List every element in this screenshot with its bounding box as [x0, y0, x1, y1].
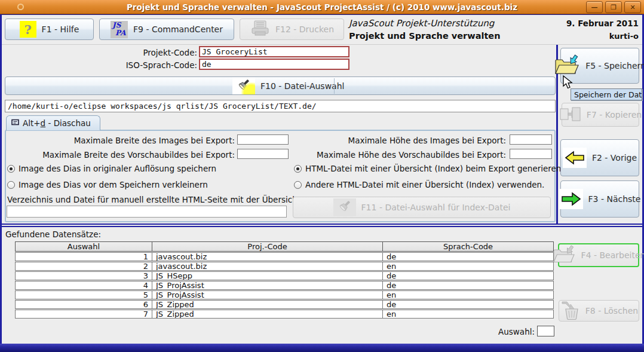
previous-button[interactable]: F2 - Vorige — [560, 139, 639, 176]
radio-use-other-index-html[interactable] — [294, 181, 302, 189]
tab-label-key: d — [41, 118, 46, 128]
cell-proj[interactable]: JS_HSepp — [152, 271, 383, 280]
table-row[interactable]: 5JS_ProjAssisten — [15, 290, 554, 299]
previous-arrow-icon — [563, 148, 587, 168]
max-thumb-width-label: Maximale Breite des Vorschaubildes bei E… — [8, 150, 235, 160]
cell-nr[interactable]: 6 — [15, 300, 152, 309]
copy-icon — [559, 105, 581, 125]
next-arrow-icon — [559, 189, 583, 209]
app-window: Projekt und Sprache verwalten - JavaScou… — [0, 0, 644, 352]
cell-proj[interactable]: javascout.biz — [152, 262, 383, 271]
iso-language-code-input[interactable] — [199, 59, 349, 70]
jspa-logo-line2: PA — [111, 29, 128, 37]
window-bottom-frame — [0, 344, 644, 352]
save-folder-icon — [554, 54, 580, 78]
project-code-input[interactable] — [199, 46, 349, 57]
radio-shrink-before-save-label: Image des Dias vor dem Speichern verklei… — [19, 180, 208, 189]
cell-lang[interactable]: de — [382, 252, 554, 261]
help-button[interactable]: ? F1 - Hilfe — [5, 19, 94, 40]
cell-lang[interactable]: en — [382, 290, 554, 299]
save-tooltip: Speichern der Date — [571, 88, 642, 100]
next-button[interactable]: F3 - Nächste — [560, 180, 639, 218]
cell-nr[interactable]: 2 — [15, 262, 152, 271]
cell-nr[interactable]: 4 — [15, 281, 152, 290]
file-path-input[interactable] — [5, 100, 556, 112]
results-title: Gefundene Datensätze: — [5, 229, 101, 239]
results-separator — [2, 224, 642, 227]
selection-label: Auswahl: — [418, 327, 535, 336]
manual-html-label: Verzeichnis und Datei für manuell erstel… — [7, 195, 288, 204]
index-file-select-button[interactable]: F11 - Datei-Auswahl für Index-Datei — [293, 197, 551, 218]
max-image-width-input[interactable] — [237, 134, 289, 145]
file-select-button-label: F10 - Datei-Auswahl — [260, 81, 344, 91]
trash-icon — [560, 301, 580, 322]
manual-html-input[interactable] — [7, 206, 287, 218]
cell-lang[interactable]: en — [382, 310, 554, 319]
max-thumb-width-input[interactable] — [237, 149, 289, 159]
cell-lang[interactable]: de — [382, 281, 554, 290]
tab-diaschau[interactable]: Alt+d - Diaschau — [6, 115, 100, 130]
selection-input[interactable] — [537, 326, 554, 336]
radio-generate-index-html[interactable] — [294, 165, 302, 173]
close-button[interactable]: ✕ — [624, 1, 641, 13]
next-button-label: F3 - Nächste — [588, 194, 641, 204]
edit-button-label: F4 - Bearbeiten — [581, 250, 644, 260]
project-code-label: Projekt-Code: — [62, 48, 197, 57]
radio-original-resolution[interactable] — [7, 165, 15, 173]
radio-original-resolution-label: Image des Dias in originaler Auflösung s… — [19, 164, 216, 173]
max-image-height-input[interactable] — [510, 134, 552, 145]
minimize-button[interactable]: — — [586, 1, 603, 13]
command-center-button-label: F9 - CommandCenter — [133, 25, 223, 34]
delete-button[interactable]: F8 - Löschen — [559, 300, 639, 322]
column-header-auswahl[interactable]: Auswahl — [15, 241, 152, 252]
results-table-body: 1javascout.bizde2javascout.bizen3JS_HSep… — [15, 252, 554, 319]
cell-nr[interactable]: 7 — [15, 310, 152, 319]
screen-title: Projekt und Sprache verwalten — [349, 31, 500, 41]
column-header-proj-code[interactable]: Proj.-Code — [152, 241, 383, 252]
cell-nr[interactable]: 5 — [15, 290, 152, 299]
cell-lang[interactable]: de — [382, 271, 554, 280]
iso-language-code-label: ISO-Sprach-Code: — [62, 60, 197, 70]
table-row[interactable]: 6JS_Zippedde — [15, 300, 554, 309]
print-button-label: F12 - Drucken — [275, 25, 334, 34]
cell-proj[interactable]: javascout.biz — [152, 252, 383, 261]
cell-proj[interactable]: JS_Zipped — [152, 310, 383, 319]
jspa-logo-icon: JS PA — [111, 21, 128, 38]
header-separator — [2, 44, 642, 45]
cell-lang[interactable]: en — [382, 262, 554, 271]
titlebar[interactable]: Projekt und Sprache verwalten - JavaScou… — [0, 0, 644, 14]
radio-generate-index-html-label: HTML-Datei mit einer Übersicht (Index) b… — [305, 164, 564, 173]
radio-shrink-before-save[interactable] — [7, 181, 15, 189]
print-button[interactable]: F12 - Drucken — [240, 19, 344, 40]
help-button-label: F1 - Hilfe — [42, 25, 79, 34]
cell-proj[interactable]: JS_ProjAssist — [152, 281, 383, 290]
cell-nr[interactable]: 1 — [15, 252, 152, 261]
file-select-button[interactable]: F10 - Datei-Auswahl — [5, 76, 556, 95]
table-row[interactable]: 7JS_Zippeden — [15, 310, 554, 319]
cell-nr[interactable]: 3 — [15, 271, 152, 280]
table-row[interactable]: 4JS_ProjAssistde — [15, 281, 554, 290]
window-menu-icon[interactable] — [17, 4, 24, 10]
index-file-select-button-label: F11 - Datei-Auswahl für Index-Datei — [361, 203, 511, 212]
tab-label-pre: Alt+ — [23, 118, 41, 128]
results-table-header: Auswahl Proj.-Code Sprach-Code — [15, 241, 554, 252]
window-title: Projekt und Sprache verwalten - JavaScou… — [0, 2, 644, 12]
max-thumb-height-label: Maximale Höhe des Vorschaubildes bei Exp… — [297, 150, 506, 160]
cell-lang[interactable]: de — [382, 300, 554, 309]
tab-label-post: - Diaschau — [45, 118, 91, 128]
table-row[interactable]: 1javascout.bizde — [15, 252, 554, 261]
edit-button[interactable]: F4 - Bearbeiten — [558, 243, 639, 267]
max-thumb-height-input[interactable] — [510, 149, 552, 159]
delete-button-label: F8 - Löschen — [585, 306, 638, 316]
copy-button[interactable]: F7 - Kopieren — [562, 103, 639, 127]
command-center-button[interactable]: JS PA F9 - CommandCenter — [99, 19, 234, 40]
previous-button-label: F2 - Vorige — [592, 153, 637, 163]
column-header-sprach-code[interactable]: Sprach-Code — [382, 241, 554, 252]
table-row[interactable]: 2javascout.bizen — [15, 262, 554, 271]
cell-proj[interactable]: JS_Zipped — [152, 300, 383, 309]
flashlight-disabled-icon — [333, 198, 356, 216]
max-image-height-label: Maximale Höhe des Images bei Export: — [297, 136, 506, 145]
cell-proj[interactable]: JS_ProjAssist — [152, 290, 383, 299]
table-row[interactable]: 3JS_HSeppde — [15, 271, 554, 280]
maximize-button[interactable]: ❐ — [605, 1, 622, 13]
